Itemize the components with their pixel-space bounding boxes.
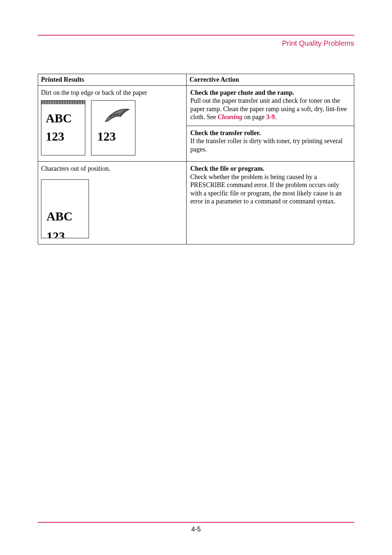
sample-text-line: 123 [97, 129, 116, 145]
period: . [275, 113, 277, 121]
sample-page-dirty-top-icon: ABC 123 [41, 100, 85, 155]
action-cell-misaligned: Check the file or program. Check whether… [187, 162, 354, 244]
sample-text-line: ABC [46, 111, 72, 126]
action-body-part: on page [244, 113, 266, 121]
xref-pageref[interactable]: 3-9 [266, 113, 275, 121]
page-footer: 4-5 [38, 522, 354, 533]
smudge-curl-icon [105, 107, 130, 123]
results-cell-dirt: Dirt on the top edge or back of the pape… [38, 85, 187, 162]
action-title: Check the paper chute and the ramp. [190, 89, 294, 96]
sample-text-line: 123 [46, 129, 64, 145]
xref-link[interactable]: Cleaning [218, 113, 242, 121]
page-number: 4-5 [38, 526, 354, 533]
table-row: Characters out of position. ABC 123 Chec… [38, 162, 354, 244]
action-title: Check the transfer roller. [190, 129, 261, 137]
th-corrective-action: Corrective Action [187, 74, 354, 86]
table-row: Dirt on the top edge or back of the pape… [38, 85, 354, 162]
svg-point-2 [117, 115, 118, 116]
illustration-row: ABC 123 123 [41, 100, 183, 155]
th-printed-results: Printed Results [38, 74, 187, 86]
action-title: Check the file or program. [190, 165, 264, 172]
sample-page-misaligned-icon: ABC 123 [41, 179, 89, 238]
section-title: Print Quality Problems [282, 39, 354, 48]
page-header: Print Quality Problems [38, 39, 354, 48]
svg-point-1 [114, 116, 115, 116]
bottom-rule [38, 522, 354, 523]
document-page: Print Quality Problems Printed Results C… [0, 0, 392, 555]
sample-text-line-offscreen: 123 [46, 229, 65, 238]
results-cell-misaligned: Characters out of position. ABC 123 [38, 162, 187, 244]
svg-point-0 [111, 117, 112, 118]
dirt-strip-icon [41, 101, 85, 104]
action-body: If the transfer roller is dirty with ton… [190, 137, 343, 153]
action-block: Check the file or program. Check whether… [187, 162, 354, 210]
results-description: Characters out of position. [41, 165, 183, 173]
action-block: Check the paper chute and the ramp. Pull… [187, 86, 354, 126]
table-header-row: Printed Results Corrective Action [38, 74, 354, 86]
top-rule [38, 35, 354, 36]
troubleshoot-table: Printed Results Corrective Action Dirt o… [38, 74, 354, 244]
results-description: Dirt on the top edge or back of the pape… [41, 89, 183, 97]
sample-text-line: ABC [46, 209, 73, 224]
action-body: Check whether the problem is being cause… [190, 173, 342, 205]
action-block: Check the transfer roller. If the transf… [187, 126, 354, 158]
sample-page-dirty-back-icon: 123 [91, 100, 135, 155]
action-cell-dirt: Check the paper chute and the ramp. Pull… [187, 85, 354, 162]
